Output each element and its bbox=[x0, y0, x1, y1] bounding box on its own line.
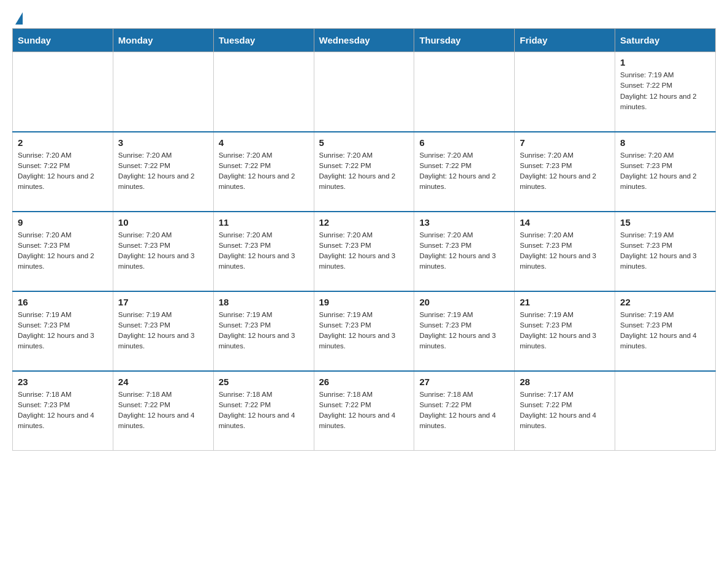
day-number: 14 bbox=[520, 217, 610, 228]
day-info: Sunrise: 7:18 AMSunset: 7:22 PMDaylight:… bbox=[219, 389, 309, 432]
day-info: Sunrise: 7:20 AMSunset: 7:22 PMDaylight:… bbox=[319, 150, 409, 193]
page-header bbox=[12, 12, 716, 22]
day-number: 22 bbox=[620, 297, 710, 307]
calendar-cell: 25Sunrise: 7:18 AMSunset: 7:22 PMDayligh… bbox=[213, 371, 314, 451]
calendar-cell bbox=[13, 52, 113, 132]
calendar-cell bbox=[414, 52, 515, 132]
day-info: Sunrise: 7:20 AMSunset: 7:23 PMDaylight:… bbox=[319, 230, 409, 272]
weekday-header-thursday: Thursday bbox=[414, 29, 515, 52]
calendar-cell: 13Sunrise: 7:20 AMSunset: 7:23 PMDayligh… bbox=[414, 212, 515, 291]
day-info: Sunrise: 7:20 AMSunset: 7:23 PMDaylight:… bbox=[219, 230, 309, 272]
day-number: 10 bbox=[118, 217, 208, 228]
day-info: Sunrise: 7:18 AMSunset: 7:23 PMDaylight:… bbox=[18, 389, 108, 432]
calendar-cell: 12Sunrise: 7:20 AMSunset: 7:23 PMDayligh… bbox=[314, 212, 414, 291]
day-number: 7 bbox=[520, 137, 610, 148]
week-row-5: 23Sunrise: 7:18 AMSunset: 7:23 PMDayligh… bbox=[13, 371, 716, 451]
day-number: 2 bbox=[18, 137, 108, 148]
day-info: Sunrise: 7:19 AMSunset: 7:22 PMDaylight:… bbox=[620, 70, 710, 112]
day-info: Sunrise: 7:18 AMSunset: 7:22 PMDaylight:… bbox=[319, 389, 409, 432]
calendar-cell: 20Sunrise: 7:19 AMSunset: 7:23 PMDayligh… bbox=[414, 291, 515, 371]
day-number: 23 bbox=[18, 377, 108, 387]
weekday-header-row: SundayMondayTuesdayWednesdayThursdayFrid… bbox=[13, 29, 716, 52]
day-info: Sunrise: 7:19 AMSunset: 7:23 PMDaylight:… bbox=[18, 310, 108, 352]
calendar-cell: 18Sunrise: 7:19 AMSunset: 7:23 PMDayligh… bbox=[213, 291, 314, 371]
day-number: 25 bbox=[219, 377, 309, 387]
calendar-cell: 16Sunrise: 7:19 AMSunset: 7:23 PMDayligh… bbox=[13, 291, 113, 371]
calendar-cell: 10Sunrise: 7:20 AMSunset: 7:23 PMDayligh… bbox=[113, 212, 213, 291]
calendar-cell: 9Sunrise: 7:20 AMSunset: 7:23 PMDaylight… bbox=[13, 212, 113, 291]
day-info: Sunrise: 7:20 AMSunset: 7:22 PMDaylight:… bbox=[219, 150, 309, 193]
weekday-header-tuesday: Tuesday bbox=[213, 29, 314, 52]
weekday-header-wednesday: Wednesday bbox=[314, 29, 414, 52]
day-info: Sunrise: 7:20 AMSunset: 7:23 PMDaylight:… bbox=[620, 150, 710, 193]
day-info: Sunrise: 7:20 AMSunset: 7:22 PMDaylight:… bbox=[18, 150, 108, 193]
day-info: Sunrise: 7:20 AMSunset: 7:22 PMDaylight:… bbox=[419, 150, 509, 193]
day-info: Sunrise: 7:19 AMSunset: 7:23 PMDaylight:… bbox=[620, 230, 710, 272]
calendar-cell: 6Sunrise: 7:20 AMSunset: 7:22 PMDaylight… bbox=[414, 132, 515, 212]
calendar-cell: 21Sunrise: 7:19 AMSunset: 7:23 PMDayligh… bbox=[515, 291, 615, 371]
day-number: 18 bbox=[219, 297, 309, 307]
week-row-3: 9Sunrise: 7:20 AMSunset: 7:23 PMDaylight… bbox=[13, 212, 716, 291]
calendar-cell: 8Sunrise: 7:20 AMSunset: 7:23 PMDaylight… bbox=[615, 132, 716, 212]
day-number: 8 bbox=[620, 137, 710, 148]
day-info: Sunrise: 7:20 AMSunset: 7:23 PMDaylight:… bbox=[118, 230, 208, 272]
day-info: Sunrise: 7:19 AMSunset: 7:23 PMDaylight:… bbox=[520, 310, 610, 352]
calendar-cell: 22Sunrise: 7:19 AMSunset: 7:23 PMDayligh… bbox=[615, 291, 716, 371]
day-number: 20 bbox=[419, 297, 509, 307]
day-number: 9 bbox=[18, 217, 108, 228]
day-info: Sunrise: 7:19 AMSunset: 7:23 PMDaylight:… bbox=[419, 310, 509, 352]
weekday-header-friday: Friday bbox=[515, 29, 615, 52]
day-number: 19 bbox=[319, 297, 409, 307]
day-info: Sunrise: 7:19 AMSunset: 7:23 PMDaylight:… bbox=[319, 310, 409, 352]
calendar-cell: 1Sunrise: 7:19 AMSunset: 7:22 PMDaylight… bbox=[615, 52, 716, 132]
day-info: Sunrise: 7:17 AMSunset: 7:22 PMDaylight:… bbox=[520, 389, 610, 432]
calendar-cell: 24Sunrise: 7:18 AMSunset: 7:22 PMDayligh… bbox=[113, 371, 213, 451]
day-info: Sunrise: 7:20 AMSunset: 7:23 PMDaylight:… bbox=[520, 150, 610, 193]
calendar-cell bbox=[615, 371, 716, 451]
calendar-cell: 7Sunrise: 7:20 AMSunset: 7:23 PMDaylight… bbox=[515, 132, 615, 212]
calendar-cell: 5Sunrise: 7:20 AMSunset: 7:22 PMDaylight… bbox=[314, 132, 414, 212]
calendar-cell: 14Sunrise: 7:20 AMSunset: 7:23 PMDayligh… bbox=[515, 212, 615, 291]
logo bbox=[12, 12, 23, 22]
day-number: 13 bbox=[419, 217, 509, 228]
day-info: Sunrise: 7:20 AMSunset: 7:23 PMDaylight:… bbox=[419, 230, 509, 272]
calendar-cell: 19Sunrise: 7:19 AMSunset: 7:23 PMDayligh… bbox=[314, 291, 414, 371]
calendar-cell bbox=[314, 52, 414, 132]
weekday-header-monday: Monday bbox=[113, 29, 213, 52]
day-number: 16 bbox=[18, 297, 108, 307]
calendar-cell bbox=[213, 52, 314, 132]
calendar-cell bbox=[113, 52, 213, 132]
day-info: Sunrise: 7:18 AMSunset: 7:22 PMDaylight:… bbox=[419, 389, 509, 432]
week-row-2: 2Sunrise: 7:20 AMSunset: 7:22 PMDaylight… bbox=[13, 132, 716, 212]
day-number: 17 bbox=[118, 297, 208, 307]
day-number: 26 bbox=[319, 377, 409, 387]
day-info: Sunrise: 7:20 AMSunset: 7:22 PMDaylight:… bbox=[118, 150, 208, 193]
calendar-cell: 3Sunrise: 7:20 AMSunset: 7:22 PMDaylight… bbox=[113, 132, 213, 212]
day-number: 6 bbox=[419, 137, 509, 148]
weekday-header-saturday: Saturday bbox=[615, 29, 716, 52]
calendar-cell: 23Sunrise: 7:18 AMSunset: 7:23 PMDayligh… bbox=[13, 371, 113, 451]
weekday-header-sunday: Sunday bbox=[13, 29, 113, 52]
day-info: Sunrise: 7:20 AMSunset: 7:23 PMDaylight:… bbox=[520, 230, 610, 272]
day-number: 4 bbox=[219, 137, 309, 148]
calendar-cell: 17Sunrise: 7:19 AMSunset: 7:23 PMDayligh… bbox=[113, 291, 213, 371]
day-info: Sunrise: 7:19 AMSunset: 7:23 PMDaylight:… bbox=[620, 310, 710, 352]
calendar-cell: 26Sunrise: 7:18 AMSunset: 7:22 PMDayligh… bbox=[314, 371, 414, 451]
day-number: 15 bbox=[620, 217, 710, 228]
calendar-cell: 27Sunrise: 7:18 AMSunset: 7:22 PMDayligh… bbox=[414, 371, 515, 451]
day-number: 21 bbox=[520, 297, 610, 307]
day-number: 5 bbox=[319, 137, 409, 148]
calendar-cell bbox=[515, 52, 615, 132]
calendar-cell: 28Sunrise: 7:17 AMSunset: 7:22 PMDayligh… bbox=[515, 371, 615, 451]
day-number: 28 bbox=[520, 377, 610, 387]
week-row-1: 1Sunrise: 7:19 AMSunset: 7:22 PMDaylight… bbox=[13, 52, 716, 132]
day-number: 11 bbox=[219, 217, 309, 228]
calendar-cell: 11Sunrise: 7:20 AMSunset: 7:23 PMDayligh… bbox=[213, 212, 314, 291]
logo-triangle-icon bbox=[15, 12, 23, 25]
calendar-table: SundayMondayTuesdayWednesdayThursdayFrid… bbox=[12, 28, 716, 451]
day-info: Sunrise: 7:20 AMSunset: 7:23 PMDaylight:… bbox=[18, 230, 108, 272]
calendar-cell: 15Sunrise: 7:19 AMSunset: 7:23 PMDayligh… bbox=[615, 212, 716, 291]
day-number: 24 bbox=[118, 377, 208, 387]
day-info: Sunrise: 7:18 AMSunset: 7:22 PMDaylight:… bbox=[118, 389, 208, 432]
day-number: 3 bbox=[118, 137, 208, 148]
